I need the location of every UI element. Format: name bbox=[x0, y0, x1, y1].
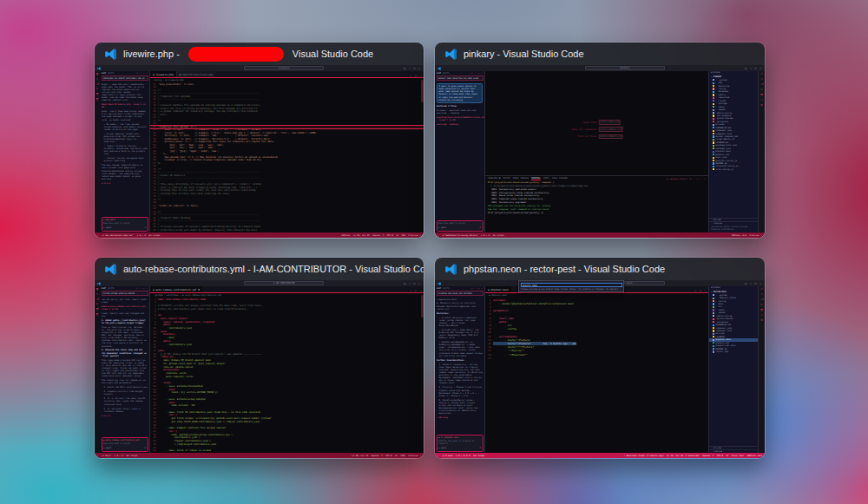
chat-toolbar-icons[interactable]: ⊕ ▤ ⋯ ✕ bbox=[136, 287, 148, 290]
status-item[interactable]: Spaces: 4 bbox=[372, 234, 384, 237]
panel-tab[interactable]: PROBLEMS ❷ bbox=[488, 177, 501, 180]
window-controls[interactable]: ▭ ─ ▢ ✕ bbox=[404, 67, 421, 70]
status-item[interactable]: Spaces: 2 bbox=[372, 455, 383, 457]
activity-bar-icon[interactable]: ⌕ bbox=[760, 78, 762, 81]
status-item[interactable]: Git Graph bbox=[493, 234, 504, 237]
status-item[interactable]: ⎇ dev-abandoned-importer* bbox=[102, 234, 134, 237]
editor-group[interactable]: Open ChatCtrl + Alt + IView All Commands… bbox=[485, 71, 708, 232]
editor-action-icons[interactable]: ▷ ⊞ ⋯ bbox=[411, 289, 424, 292]
activity-bar-icon[interactable]: ✉ bbox=[760, 314, 762, 317]
activity-bar-icon[interactable]: ⌕ bbox=[96, 293, 98, 296]
status-item[interactable]: LF bbox=[396, 234, 398, 237]
panel-action-icons[interactable]: ⊞ powershell ∨ + ⋯ ⌃ ✕ bbox=[667, 178, 706, 180]
activity-bar-icon[interactable]: ⎇ bbox=[760, 83, 764, 86]
activity-bar-icon[interactable]: ⬒ bbox=[760, 94, 762, 96]
panel-tab[interactable]: DEBUG CONSOLE bbox=[513, 177, 529, 180]
agent-selector[interactable]: ∞ Agent bbox=[438, 447, 446, 449]
activity-bar-icon[interactable]: ⚙ bbox=[760, 319, 762, 322]
chat-input-placeholder[interactable]: Confirm the goal or problem to research bbox=[438, 440, 481, 445]
chat-input-card[interactable]: ◆ 1) phpstan.neon Confirm the goal or pr… bbox=[437, 435, 483, 452]
status-item[interactable]: Ln 56, Col 25 bbox=[353, 234, 370, 237]
status-item[interactable]: ⎇ P main bbox=[442, 455, 453, 457]
chat-tab[interactable]: CHAT bbox=[437, 287, 442, 290]
status-item[interactable]: ✓ Resolved (hide) (4 months ago) bbox=[624, 455, 664, 457]
chat-toolbar-icons[interactable]: ⊕ ▤ ⋯ ✕ bbox=[136, 72, 148, 75]
activity-bar-icon[interactable]: ⌕ bbox=[96, 78, 98, 81]
edits-tab[interactable]: EDITS bbox=[443, 287, 449, 290]
send-button[interactable]: ➤ bbox=[479, 226, 481, 229]
activity-bar-icon[interactable]: ⎇ bbox=[95, 83, 99, 86]
activity-bar-icon[interactable]: ⎇ bbox=[95, 298, 99, 301]
command-center-search[interactable]: pinkary bbox=[585, 66, 665, 70]
status-item[interactable]: Git Graph bbox=[126, 455, 137, 457]
status-item[interactable]: Prettier ✓ bbox=[750, 234, 762, 237]
chat-input-placeholder[interactable]: Describe what to build bbox=[103, 442, 146, 445]
editor-group[interactable]: ◆ auto-rebase-contributors.yml M▷ ⊞ ⋯ .g… bbox=[150, 286, 424, 453]
chat-tab[interactable]: CHAT bbox=[102, 287, 107, 290]
editor-tab[interactable]: ● ImportProductsJob.php bbox=[176, 71, 216, 77]
chat-input-card[interactable]: ◆ auto-rebase-contributors.yml Describe … bbox=[102, 437, 148, 452]
context-chip[interactable]: ◆ auto-rebase-contributors.yml bbox=[103, 439, 146, 442]
chat-toolbar-icons[interactable]: ⊕ ▤ ⋯ ✕ bbox=[471, 72, 483, 75]
window-controls[interactable]: ▭ ─ ▢ ✕ bbox=[745, 67, 762, 70]
chat-input-card[interactable]: + New Edit Describe what to build ∞ Agen… bbox=[102, 217, 148, 232]
chat-session-title[interactable]: DEFAULT FEED SELECTION FOR USER LOGIN bbox=[437, 75, 483, 81]
status-item[interactable]: Prettier ✓ bbox=[409, 234, 421, 237]
quick-input-dialog[interactable]: Search name Please provide a new branch … bbox=[518, 280, 624, 292]
status-item[interactable]: PHPStan bbox=[341, 234, 350, 237]
window-thumbnail-rector-pest[interactable]: phpstan.neon - rector-pest - Visual Stud… bbox=[434, 257, 766, 459]
window-controls[interactable]: ▭ ─ ▢ ✕ bbox=[404, 282, 421, 285]
activity-bar-icon[interactable]: ▤ bbox=[96, 288, 98, 291]
chat-input-card[interactable]: Describe what to build ∞ Agent➤ bbox=[437, 220, 483, 232]
window-thumbnail-livewire[interactable]: livewire.php - Visual Studio Code FileEd… bbox=[94, 42, 424, 239]
panel-tab[interactable]: TERMINAL bbox=[531, 177, 541, 180]
status-item[interactable]: Ln 58, Col 14 bbox=[352, 455, 369, 457]
status-item[interactable]: Ln 13, Col 30 (7 selected) bbox=[667, 455, 699, 457]
editor-group[interactable]: ◆ livewire.php● ImportProductsJob.php▷ ⊞… bbox=[150, 71, 424, 232]
chat-input-placeholder[interactable]: Describe what to build bbox=[438, 222, 481, 225]
status-item[interactable]: LF bbox=[395, 455, 398, 457]
code-editor[interactable]: 41'lazy_placeholder' => null,4243/*44|--… bbox=[150, 82, 424, 232]
status-item[interactable]: ⚡ bbox=[97, 234, 98, 237]
chat-session-title[interactable]: IMPROVING CSV IMPORT EFFICIENCY AND UX bbox=[102, 75, 148, 81]
status-item[interactable]: PHPStan idle bbox=[747, 455, 762, 457]
chat-session-title[interactable]: FIXING GITHUB WORKFLOW ERRORS bbox=[102, 291, 148, 296]
send-button[interactable]: ➤ bbox=[144, 447, 146, 449]
context-chip[interactable]: + New Edit bbox=[103, 219, 146, 221]
editor-scrollbar[interactable] bbox=[421, 80, 423, 102]
status-item[interactable]: UTF-8 bbox=[717, 455, 723, 457]
command-center-search[interactable]: I-AM-CONTRIBUTOR bbox=[244, 281, 324, 285]
activity-bar-icon[interactable]: ▷ bbox=[96, 303, 98, 305]
edits-tab[interactable]: EDITS bbox=[108, 72, 114, 75]
code-editor[interactable]: 1includes:2 - vendor/phpstan/extension-i… bbox=[485, 298, 708, 453]
agent-selector[interactable]: ∞ Agent bbox=[438, 226, 446, 229]
activity-bar-icon[interactable]: ▷ bbox=[760, 88, 762, 91]
status-item[interactable]: Plain Text bbox=[732, 455, 744, 457]
activity-bar-icon[interactable]: ⎇ bbox=[760, 298, 764, 301]
status-item[interactable]: YAML bbox=[400, 455, 405, 457]
code-editor[interactable]: 1name: Auto Rebase Contributors JSON23# … bbox=[150, 298, 424, 453]
activity-bar-icon[interactable]: ⌕ bbox=[760, 293, 762, 296]
activity-bar-icon[interactable]: ⬒ bbox=[96, 308, 98, 311]
send-button[interactable]: ➤ bbox=[479, 447, 481, 449]
panel-tab[interactable]: SPELL CHECKER bbox=[552, 177, 568, 180]
activity-bar-icon[interactable]: ⚙ bbox=[760, 104, 762, 107]
window-thumbnail-contributor[interactable]: auto-rebase-contributors.yml - I-AM-CONT… bbox=[94, 257, 424, 459]
status-item[interactable]: ⎇ SamSnake/following-default bbox=[442, 234, 478, 237]
empty-editor[interactable]: Open ChatCtrl + Alt + IView All Commands… bbox=[485, 71, 708, 175]
status-item[interactable]: ⚡ bbox=[97, 455, 98, 457]
status-item[interactable]: ⊗ 0 ⚠ 0 bbox=[115, 455, 123, 457]
status-item[interactable]: ⊗ 0 ⚠ 0 bbox=[481, 234, 490, 237]
editor-scrollbar[interactable] bbox=[421, 295, 423, 317]
agent-selector[interactable]: ∞ Agent bbox=[103, 226, 111, 229]
activity-bar-icon[interactable]: ▷ bbox=[760, 304, 762, 306]
status-item[interactable]: ⎇ main* bbox=[102, 455, 111, 457]
status-item[interactable]: LF bbox=[726, 455, 728, 457]
status-item[interactable]: ⊗ 0 ⚠ 0 ⟳ 0 bbox=[456, 455, 470, 457]
status-item[interactable]: PHPStan idle bbox=[732, 234, 746, 237]
edits-tab[interactable]: EDITS bbox=[108, 287, 114, 290]
status-item[interactable]: ⚡ bbox=[437, 455, 438, 457]
editor-tab[interactable]: ◆ auto-rebase-contributors.yml M bbox=[150, 286, 202, 292]
terminal-output[interactable]: PS E:\projects\contribute\laravel\pinkar… bbox=[485, 181, 708, 232]
editor-group[interactable]: ◆ phpstan.neon▷ ⊞ ⋯ ◆ phpstan.neon 1incl… bbox=[485, 286, 708, 453]
